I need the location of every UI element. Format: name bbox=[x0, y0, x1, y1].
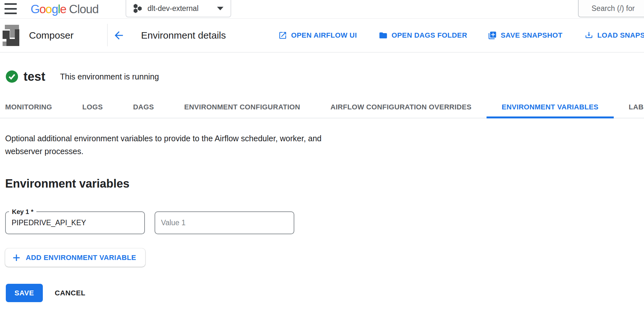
tab-monitoring[interactable]: MONITORING bbox=[0, 97, 67, 118]
header-divider bbox=[107, 24, 108, 46]
folder-icon bbox=[379, 31, 388, 40]
environment-status-text: This environment is running bbox=[60, 72, 159, 81]
google-logo-letter: l bbox=[58, 3, 60, 16]
google-logo-letter: e bbox=[60, 3, 66, 16]
tab-label: LOGS bbox=[82, 103, 103, 111]
project-hexagons-icon bbox=[133, 4, 142, 13]
back-button[interactable] bbox=[113, 29, 125, 42]
tab-label: MONITORING bbox=[5, 103, 52, 111]
google-logo-letter: o bbox=[45, 3, 52, 16]
key-field: Key 1 * bbox=[5, 211, 145, 234]
load-snapshot-label: LOAD SNAPSHOT bbox=[597, 31, 644, 40]
save-snapshot-icon bbox=[488, 31, 497, 40]
add-icon bbox=[12, 253, 21, 263]
product-name: Composer bbox=[29, 30, 73, 41]
tab-label: ENVIRONMENT VARIABLES bbox=[502, 103, 598, 111]
tab-label: LABELS bbox=[629, 103, 644, 111]
google-logo-letter: o bbox=[39, 3, 45, 16]
tab-airflow-configuration-overrides[interactable]: AIRFLOW CONFIGURATION OVERRIDES bbox=[315, 97, 487, 118]
tabs-row: MONITORING LOGS DAGS ENVIRONMENT CONFIGU… bbox=[0, 97, 644, 118]
save-snapshot-button[interactable]: SAVE SNAPSHOT bbox=[488, 31, 563, 40]
composer-environment-details-page: G o o g l e Cloud dlt-dev-external bbox=[0, 0, 644, 315]
open-dags-folder-label: OPEN DAGS FOLDER bbox=[392, 31, 467, 40]
project-name: dlt-dev-external bbox=[147, 4, 199, 13]
page-title: Environment details bbox=[141, 30, 226, 41]
google-logo-letter: g bbox=[52, 3, 58, 16]
arrow-drop-down-icon bbox=[216, 6, 224, 11]
download-icon bbox=[584, 31, 593, 40]
value-input[interactable] bbox=[155, 212, 294, 234]
environment-name: test bbox=[24, 70, 45, 84]
menu-bar bbox=[5, 3, 17, 5]
tab-dags[interactable]: DAGS bbox=[118, 97, 169, 118]
cancel-button[interactable]: CANCEL bbox=[55, 284, 85, 302]
value-field bbox=[155, 211, 294, 234]
save-button[interactable]: SAVE bbox=[6, 284, 43, 302]
menu-icon[interactable] bbox=[5, 3, 17, 15]
app-bar: Composer Environment details OPEN AIRFLO… bbox=[0, 19, 644, 52]
add-environment-variable-button[interactable]: ADD ENVIRONMENT VARIABLE bbox=[5, 248, 145, 267]
tab-environment-variables[interactable]: ENVIRONMENT VARIABLES bbox=[487, 97, 613, 118]
check-circle-icon bbox=[6, 70, 18, 83]
tab-description: Optional additional environment variable… bbox=[5, 132, 322, 158]
tab-environment-configuration[interactable]: ENVIRONMENT CONFIGURATION bbox=[169, 97, 315, 118]
project-selector[interactable]: dlt-dev-external bbox=[126, 0, 231, 17]
save-snapshot-label: SAVE SNAPSHOT bbox=[501, 31, 563, 40]
open-in-new-icon bbox=[278, 31, 287, 40]
search-input[interactable] bbox=[592, 4, 644, 13]
google-cloud-logo[interactable]: G o o g l e Cloud bbox=[31, 0, 99, 18]
arrow-back-icon bbox=[113, 29, 125, 42]
tab-label: DAGS bbox=[133, 103, 154, 111]
tab-label: ENVIRONMENT CONFIGURATION bbox=[184, 103, 300, 111]
composer-logo-icon bbox=[2, 24, 19, 47]
google-logo-letter: G bbox=[31, 3, 39, 16]
search-bar bbox=[578, 0, 644, 17]
key-field-label: Key 1 * bbox=[9, 207, 36, 217]
tab-label: AIRFLOW CONFIGURATION OVERRIDES bbox=[330, 103, 471, 111]
menu-bar bbox=[5, 8, 17, 10]
top-bar: G o o g l e Cloud dlt-dev-external bbox=[0, 0, 644, 19]
google-logo-cloud-text: Cloud bbox=[69, 3, 99, 16]
open-dags-folder-button[interactable]: OPEN DAGS FOLDER bbox=[379, 31, 467, 40]
tab-logs[interactable]: LOGS bbox=[67, 97, 118, 118]
open-airflow-ui-button[interactable]: OPEN AIRFLOW UI bbox=[278, 31, 357, 40]
load-snapshot-button[interactable]: LOAD SNAPSHOT bbox=[584, 31, 644, 40]
add-environment-variable-label: ADD ENVIRONMENT VARIABLE bbox=[26, 254, 136, 262]
description-line: Optional additional environment variable… bbox=[5, 132, 322, 145]
description-line: webserver processes. bbox=[5, 145, 322, 158]
tab-labels[interactable]: LABELS bbox=[614, 97, 644, 118]
open-airflow-ui-label: OPEN AIRFLOW UI bbox=[291, 31, 357, 40]
environment-status-row: test This environment is running bbox=[6, 68, 159, 86]
section-heading: Environment variables bbox=[5, 177, 129, 190]
menu-bar bbox=[5, 13, 17, 14]
environment-tabs: MONITORING LOGS DAGS ENVIRONMENT CONFIGU… bbox=[0, 97, 644, 118]
